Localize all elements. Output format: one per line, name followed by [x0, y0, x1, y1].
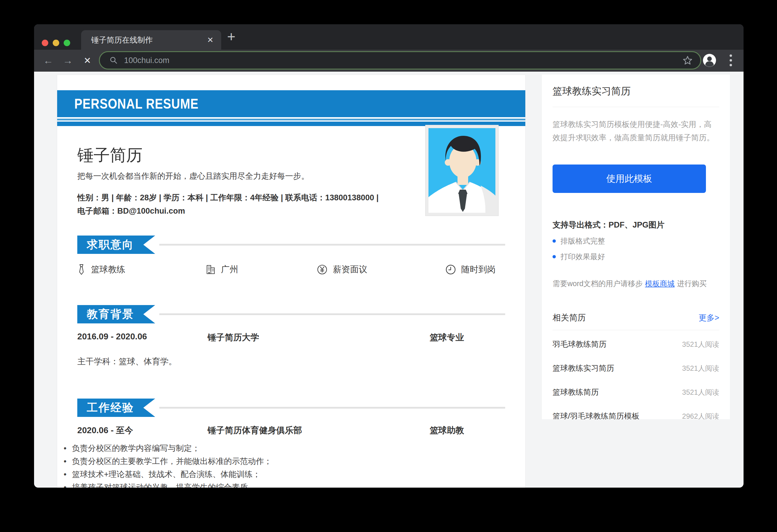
work-period: 2020.06 - 至今 [77, 425, 208, 436]
template-title: 篮球教练实习简历 [553, 85, 719, 98]
browser-toolbar: ← → ✕ 100chui.com [34, 50, 744, 72]
related-resume-title[interactable]: 篮球教练简历 [553, 387, 599, 397]
intention-item-availability: 随时到岗 [445, 264, 505, 275]
profile-avatar-icon[interactable] [703, 53, 716, 67]
section-ribbon: 求职意向 [77, 236, 155, 254]
export-point: 打印效果最好 [553, 252, 719, 262]
work-bullet: 篮球技术+理论基础、技战术、配合演练、体能训练； [63, 468, 505, 481]
url-text[interactable]: 100chui.com [124, 56, 170, 65]
section-rule [159, 407, 505, 409]
section-work-header: 工作经验 [77, 399, 505, 417]
education-major: 篮球专业 [430, 332, 505, 344]
section-education-header: 教育背景 [77, 305, 505, 323]
template-sidebar: 篮球教练实习简历 篮球教练实习简历模板使用便捷-高效-实用，高效提升求职效率，做… [542, 75, 730, 419]
resume-banner-title: PERSONAL RESUME [74, 96, 199, 112]
related-resume-item[interactable]: 篮球教练简历 3521人阅读 [553, 387, 719, 397]
intention-label: 广州 [221, 264, 238, 275]
work-bullet: 培养孩子对篮球运动的兴趣，提高学生的综合素质。 [63, 481, 505, 488]
related-resume-item[interactable]: 篮球教练实习简历 3521人阅读 [553, 363, 719, 373]
intention-item-position: 篮球教练 [77, 264, 206, 275]
work-row: 2020.06 - 至今 锤子简历体育健身俱乐部 篮球助教 [77, 425, 505, 436]
man-portrait-illustration [429, 128, 495, 213]
word-note-prefix: 需要word文档的用户请移步 [553, 279, 643, 288]
banner-stripe [57, 119, 525, 120]
tie-icon [77, 264, 86, 275]
related-resume-reads: 2962人阅读 [682, 412, 719, 419]
word-note-suffix: 进行购买 [677, 279, 706, 288]
export-point-label: 排版格式完整 [561, 236, 605, 246]
work-bullet-list: 负责分校区的教学内容编写与制定； 负责分校区的主要教学工作，并能做出标准的示范动… [63, 442, 505, 488]
related-resume-reads: 3521人阅读 [682, 364, 719, 373]
related-resume-item[interactable]: 羽毛球教练简历 3521人阅读 [553, 339, 719, 350]
minimize-window-button[interactable] [53, 40, 59, 46]
browser-window: 锤子简历在线制作 ✕ + ← → ✕ 100chui.com [34, 24, 744, 488]
divider [553, 330, 719, 330]
browser-tab[interactable]: 锤子简历在线制作 ✕ [81, 30, 221, 50]
search-icon [109, 56, 118, 65]
education-row: 2016.09 - 2020.06 锤子简历大学 篮球专业 [77, 332, 505, 344]
tab-title: 锤子简历在线制作 [91, 35, 153, 45]
address-bar[interactable]: 100chui.com [99, 51, 701, 70]
word-document-note: 需要word文档的用户请移步模板商城进行购买 [553, 279, 719, 288]
related-resume-title[interactable]: 羽毛球教练简历 [553, 339, 606, 350]
template-store-link[interactable]: 模板商城 [645, 279, 675, 288]
zoom-window-button[interactable] [64, 40, 70, 46]
related-resume-item[interactable]: 篮球/羽毛球教练简历模板 2962人阅读 [553, 411, 719, 419]
browser-menu-icon[interactable] [729, 54, 732, 67]
education-school: 锤子简历大学 [208, 332, 430, 344]
template-description: 篮球教练实习简历模板使用便捷-高效-实用，高效提升求职效率，做高质量简历就用锤子… [553, 118, 719, 144]
related-resume-reads: 3521人阅读 [682, 388, 719, 397]
new-tab-button[interactable]: + [227, 28, 235, 45]
work-bullet: 负责分校区的教学内容编写与制定； [63, 442, 505, 455]
resume-info-line-2: 电子邮箱：BD@100chui.com [77, 205, 418, 218]
education-period: 2016.09 - 2020.06 [77, 332, 208, 344]
section-rule [159, 313, 505, 315]
section-rule [159, 244, 505, 246]
section-ribbon: 教育背景 [77, 305, 155, 323]
intention-label: 篮球教练 [91, 264, 125, 275]
resume-preview-card: PERSONAL RESUME 锤子简历 把每一次机会都当作新的开始，虚心且踏实… [57, 75, 526, 488]
forward-icon[interactable]: → [61, 50, 74, 71]
intention-label: 随时到岗 [461, 264, 496, 275]
resume-profile: 锤子简历 把每一次机会都当作新的开始，虚心且踏实用尽全力走好每一步。 性别：男 … [77, 146, 505, 218]
divider [553, 107, 719, 107]
tab-bar: 锤子简历在线制作 ✕ + [34, 24, 744, 50]
resume-info-line-1: 性别：男 | 年龄：28岁 | 学历：本科 | 工作年限：4年经验 | 联系电话… [77, 191, 418, 205]
page-content: PERSONAL RESUME 锤子简历 把每一次机会都当作新的开始，虚心且踏实… [34, 72, 744, 488]
bookmark-star-icon[interactable] [682, 55, 693, 65]
tab-close-icon[interactable]: ✕ [207, 36, 214, 44]
work-company: 锤子简历体育健身俱乐部 [208, 425, 430, 436]
intention-item-salary: 薪资面议 [317, 264, 445, 275]
section-intention-header: 求职意向 [77, 236, 505, 254]
export-point-label: 打印效果最好 [561, 252, 605, 262]
intention-item-city: 广州 [206, 264, 317, 275]
resume-info-lines: 性别：男 | 年龄：28岁 | 学历：本科 | 工作年限：4年经验 | 联系电话… [77, 191, 418, 218]
use-template-button[interactable]: 使用此模板 [553, 164, 706, 193]
window-controls [42, 40, 70, 46]
section-ribbon: 工作经验 [77, 399, 155, 417]
work-role: 篮球助教 [430, 425, 505, 436]
back-icon[interactable]: ← [42, 50, 55, 71]
clock-icon [445, 264, 456, 275]
related-resume-title[interactable]: 篮球/羽毛球教练简历模板 [553, 411, 639, 419]
close-window-button[interactable] [42, 40, 48, 46]
intention-label: 薪资面议 [333, 264, 367, 275]
related-resumes-title: 相关简历 [553, 312, 586, 323]
salary-icon [317, 264, 328, 275]
export-format-title: 支持导出格式：PDF、JPG图片 [553, 220, 719, 230]
bullet-dot-icon [553, 239, 556, 243]
building-icon [206, 265, 216, 275]
related-resume-reads: 3521人阅读 [682, 340, 719, 349]
resume-banner: PERSONAL RESUME [57, 90, 525, 117]
work-bullet: 负责分校区的主要教学工作，并能做出标准的示范动作； [63, 455, 505, 468]
related-resumes-header: 相关简历 更多> [553, 312, 719, 323]
export-point: 排版格式完整 [553, 236, 719, 246]
more-link[interactable]: 更多> [698, 312, 719, 323]
education-courses: 主干学科：篮球、体育学。 [77, 356, 505, 367]
related-resume-title[interactable]: 篮球教练实习简历 [553, 363, 614, 373]
resume-photo [425, 125, 498, 216]
intention-items: 篮球教练 广州 [77, 264, 505, 275]
stop-loading-icon[interactable]: ✕ [81, 50, 94, 71]
bullet-dot-icon [553, 255, 556, 258]
